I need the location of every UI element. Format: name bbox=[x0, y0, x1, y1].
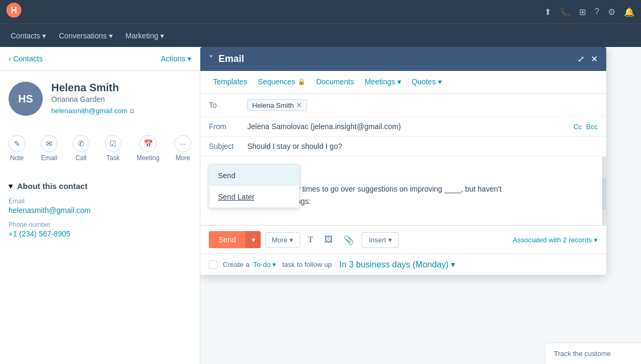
subject-field: Subject Should I stay or should I go? bbox=[200, 137, 606, 156]
actions-button[interactable]: Actions ▾ bbox=[161, 54, 191, 63]
cc-button[interactable]: Cc bbox=[573, 123, 582, 131]
format-icon[interactable]: 𝐓 bbox=[304, 233, 317, 247]
chevron-down-icon: ▾ bbox=[397, 77, 401, 86]
phone-icon[interactable]: 📞 bbox=[560, 7, 570, 17]
email-modal: ˅ Email ⤢ ✕ Templates Sequences 🔒 D bbox=[200, 47, 606, 275]
modal-close-button[interactable]: ✕ bbox=[591, 54, 598, 64]
tab-templates[interactable]: Templates bbox=[209, 71, 252, 93]
call-button[interactable]: ✆ Call bbox=[66, 131, 96, 166]
contact-sidebar: ‹ Contacts Actions ▾ HS Helena Smith Ori… bbox=[0, 47, 200, 364]
chevron-down-icon[interactable]: ▾ bbox=[9, 181, 13, 191]
modal-footer-toolbar: Send ▾ More ▾ 𝐓 🖼 📎 Insert ▾ Associated … bbox=[200, 226, 606, 254]
image-icon[interactable]: 🖼 bbox=[321, 233, 336, 247]
send-button[interactable]: Send bbox=[209, 231, 246, 248]
back-to-contacts[interactable]: ‹ Contacts bbox=[9, 54, 43, 63]
tab-sequences[interactable]: Sequences 🔒 bbox=[254, 71, 310, 93]
task-button[interactable]: ☑ Task bbox=[98, 131, 128, 166]
hubspot-logo[interactable]: H bbox=[6, 3, 21, 21]
bcc-button[interactable]: Bcc bbox=[586, 123, 598, 131]
email-button[interactable]: ✉ Email bbox=[34, 131, 64, 166]
more-actions-button[interactable]: ··· More bbox=[168, 131, 198, 166]
contact-profile: HS Helena Smith Orianna Garden helenasmi… bbox=[0, 71, 200, 126]
main-content-area: ˅ Email ⤢ ✕ Templates Sequences 🔒 D bbox=[200, 47, 641, 364]
chevron-down-icon: ▾ bbox=[187, 54, 191, 63]
followup-row: Create a To-do ▾ task to follow up In 3 … bbox=[200, 254, 606, 275]
cc-bcc-actions: Cc Bcc bbox=[573, 123, 598, 131]
avatar: HS bbox=[9, 82, 43, 116]
copy-icon[interactable]: ⧉ bbox=[130, 107, 135, 115]
from-field: From Jelena Samolovac (jelena.insight@gm… bbox=[200, 117, 606, 137]
followup-text: Create a To-do ▾ task to follow up bbox=[223, 260, 332, 268]
email-detail: Email helenasmith@gmail.com bbox=[9, 197, 191, 215]
more-button[interactable]: More ▾ bbox=[265, 232, 301, 248]
about-header: ▾ About this contact bbox=[9, 181, 191, 191]
chevron-down-icon: ▾ bbox=[438, 77, 442, 86]
email-modal-tabs: Templates Sequences 🔒 Documents Meetings… bbox=[200, 71, 606, 94]
lock-icon: 🔒 bbox=[298, 78, 306, 85]
tab-meetings[interactable]: Meetings ▾ bbox=[361, 71, 405, 93]
bell-icon[interactable]: 🔔 bbox=[624, 7, 635, 17]
recipient-tag: Helena Smith ✕ bbox=[247, 99, 307, 111]
modal-scrollbar[interactable] bbox=[602, 156, 606, 225]
nav-conversations[interactable]: Conversations ▾ bbox=[59, 31, 113, 40]
subject-value[interactable]: Should I stay or should I go? bbox=[247, 142, 598, 151]
attach-icon[interactable]: 📎 bbox=[340, 233, 357, 247]
phone-detail: Phone number +1 (234) 567-8905 bbox=[9, 221, 191, 238]
contact-company: Orianna Garden bbox=[51, 95, 191, 104]
chevron-left-icon: ‹ bbox=[9, 54, 11, 63]
nav-marketing[interactable]: Marketing ▾ bbox=[126, 31, 164, 40]
to-label: To bbox=[209, 101, 241, 109]
modal-title-area: ˅ Email bbox=[209, 53, 244, 65]
phone-label: Phone number bbox=[9, 221, 191, 228]
top-nav-left: H bbox=[6, 3, 26, 21]
contact-name: Helena Smith bbox=[51, 82, 191, 94]
about-title: About this contact bbox=[17, 181, 88, 191]
track-text-partial: Track the custome bbox=[545, 343, 641, 364]
meeting-button[interactable]: 📅 Meeting bbox=[130, 131, 166, 166]
nav-contacts[interactable]: Contacts ▾ bbox=[11, 31, 46, 40]
tab-documents[interactable]: Documents bbox=[312, 71, 358, 93]
note-button[interactable]: ✎ Note bbox=[2, 131, 32, 166]
modal-controls: ⤢ ✕ bbox=[577, 54, 598, 64]
chevron-down-icon: ▾ bbox=[109, 31, 113, 40]
modal-collapse-button[interactable]: ˅ bbox=[209, 54, 213, 64]
associated-records-button[interactable]: Associated with 2 records ▾ bbox=[513, 236, 598, 244]
main-navigation: Contacts ▾ Conversations ▾ Marketing ▾ bbox=[0, 23, 641, 47]
chevron-down-icon: ▾ bbox=[160, 31, 164, 40]
task-icon: ☑ bbox=[105, 135, 122, 152]
insert-button[interactable]: Insert ▾ bbox=[362, 232, 399, 248]
chevron-down-icon: ▾ bbox=[290, 236, 293, 244]
email-label: Email bbox=[9, 197, 191, 205]
chevron-down-icon: ▾ bbox=[594, 236, 598, 244]
remove-recipient-button[interactable]: ✕ bbox=[296, 101, 302, 109]
about-section: ▾ About this contact Email helenasmith@g… bbox=[0, 175, 200, 251]
help-icon[interactable]: ? bbox=[595, 7, 599, 17]
modal-title: Email bbox=[218, 53, 244, 65]
followup-checkbox[interactable] bbox=[209, 260, 217, 269]
upload-icon[interactable]: ⬆ bbox=[544, 7, 551, 17]
to-field: To Helena Smith ✕ bbox=[200, 94, 606, 117]
todo-link[interactable]: To-do ▾ bbox=[253, 260, 278, 268]
send-now-option[interactable]: Send bbox=[209, 165, 299, 186]
from-value: Jelena Samolovac (jelena.insight@gmail.c… bbox=[247, 122, 567, 131]
page-content: ‹ Contacts Actions ▾ HS Helena Smith Ori… bbox=[0, 47, 641, 364]
chevron-down-icon: ▾ bbox=[42, 31, 46, 40]
send-dropdown-button[interactable]: ▾ bbox=[246, 231, 261, 248]
contact-email-link[interactable]: helenasmith@gmail.com ⧉ bbox=[51, 107, 191, 115]
modal-expand-button[interactable]: ⤢ bbox=[577, 54, 584, 64]
marketplace-icon[interactable]: ⊞ bbox=[579, 7, 586, 17]
followup-date[interactable]: In 3 business days (Monday) ▾ bbox=[339, 260, 455, 269]
top-nav-right: ⬆ 📞 ⊞ ? ⚙ 🔔 bbox=[544, 7, 635, 17]
chevron-down-icon: ▾ bbox=[272, 260, 276, 268]
chevron-down-icon: ▾ bbox=[451, 260, 455, 269]
email-value[interactable]: helenasmith@gmail.com bbox=[9, 206, 191, 215]
chevron-down-icon: ▾ bbox=[388, 236, 392, 244]
send-later-option[interactable]: Send Later bbox=[209, 186, 299, 208]
meeting-icon: 📅 bbox=[139, 135, 157, 152]
settings-icon[interactable]: ⚙ bbox=[608, 7, 615, 17]
action-buttons-row: ✎ Note ✉ Email ✆ Call ☑ Task 📅 Meeting ·… bbox=[0, 126, 200, 175]
tab-quotes[interactable]: Quotes ▾ bbox=[408, 71, 446, 93]
contact-info: Helena Smith Orianna Garden helenasmith@… bbox=[51, 82, 191, 115]
call-icon: ✆ bbox=[73, 135, 90, 152]
phone-value[interactable]: +1 (234) 567-8905 bbox=[9, 230, 191, 238]
